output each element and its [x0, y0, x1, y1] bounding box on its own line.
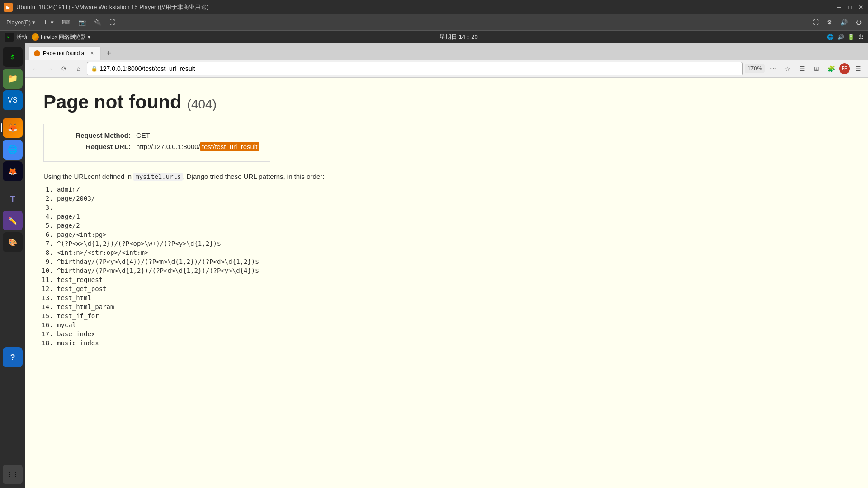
request-method-value: GET: [136, 131, 150, 139]
url-pattern-item: [57, 204, 850, 211]
ubuntu-sidebar: $ 📁 VS 🦊 🌐 🦊 T ✏️ 🎨 ? ⋮⋮: [0, 43, 25, 488]
player-menu-button[interactable]: Player(P) ▾: [4, 18, 38, 27]
sidebar-item-pencil[interactable]: ✏️: [3, 211, 23, 230]
url-pattern-item: page/<int:pg>: [57, 231, 850, 238]
ubuntu-topbar: $_ 活动 Firefox 网络浏览器 ▾ 星期日 14：20 🌐 🔊 🔋 ⏻: [0, 31, 868, 43]
volume-button[interactable]: 🔊: [838, 18, 850, 27]
close-button[interactable]: ✕: [857, 4, 864, 11]
url-pattern-item: ^(?P<x>\d{1,2})/(?P<op>\w+)/(?P<y>\d{1,2…: [57, 240, 850, 247]
sidebar-item-files[interactable]: 📁: [3, 69, 23, 89]
tab-view-button[interactable]: ⊞: [810, 62, 823, 75]
new-tab-button[interactable]: +: [103, 47, 115, 60]
sidebar-item-terminal[interactable]: $: [3, 47, 23, 67]
request-url-label: Request URL:: [55, 143, 136, 150]
sidebar-separator-1: [6, 114, 19, 114]
reader-view-button[interactable]: ☰: [796, 62, 808, 75]
sidebar-item-firefox-dev[interactable]: 🦊: [3, 161, 23, 181]
url-pattern-item: mycal: [57, 321, 850, 328]
firefox-menu-button[interactable]: Firefox 网络浏览器 ▾: [32, 33, 90, 41]
maximize-button[interactable]: □: [846, 4, 854, 11]
tab-label: Page not found at: [43, 50, 86, 56]
battery-icon[interactable]: 🔋: [848, 34, 854, 40]
url-pattern-item: test_if_for: [57, 312, 850, 319]
more-options-button[interactable]: ☰: [852, 62, 864, 75]
url-pattern-item: page/2003/: [57, 195, 850, 202]
url-pattern-item: ^birthday/(?P<y>\d{4})/(?P<m>\d{1,2})/(?…: [57, 258, 850, 265]
url-patterns-description: Using the URLconf defined in mysite1.url…: [43, 173, 850, 180]
network-icon[interactable]: 🌐: [827, 34, 834, 40]
fullscreen-button[interactable]: ⛶: [107, 18, 118, 27]
url-path-highlight: test/test_url_result: [200, 142, 259, 151]
tab-close-button[interactable]: ×: [89, 50, 96, 57]
url-pattern-item: test_get_post: [57, 285, 850, 292]
url-pattern-item: <int:n>/<str:op>/<int:m>: [57, 249, 850, 256]
browser-tab-active[interactable]: Page not found at ×: [29, 46, 101, 60]
sidebar-item-chromium[interactable]: 🌐: [3, 140, 23, 160]
request-method-label: Request Method:: [55, 131, 136, 139]
urlconf-module: mysite1.urls: [133, 173, 183, 181]
vm-send-ctrl-alt-del[interactable]: ⌨: [59, 18, 73, 27]
url-pattern-item: base_index: [57, 330, 850, 338]
firefox-navbar: ← → ⟳ ⌂ 🔒 170% ⋯ ☆ ☰ ⊞ 🧩 FF ☰: [25, 60, 868, 78]
url-pattern-item: admin/: [57, 186, 850, 193]
pause-icon: ⏸: [43, 19, 49, 26]
page-header: Page not found (404): [43, 91, 850, 113]
system-tray: 🌐 🔊 🔋 ⏻: [827, 34, 863, 40]
vmware-toolbar: Player(P) ▾ ⏸ ▾ ⌨ 📷 🔌 ⛶ ⛶ ⚙ 🔊 ⏻: [0, 14, 868, 31]
stretch-button[interactable]: ⛶: [810, 18, 821, 27]
firefox-tabbar: Page not found at × +: [25, 43, 868, 60]
request-url-row: Request URL: http://127.0.0.1:8000/test/…: [55, 143, 259, 150]
bookmarks-button[interactable]: ☆: [781, 62, 794, 75]
reload-button[interactable]: ⟳: [58, 62, 71, 75]
sidebar-item-help[interactable]: ?: [3, 347, 23, 367]
power-button[interactable]: ⏻: [853, 18, 864, 27]
status-code: (404): [187, 97, 217, 112]
url-patterns-list: admin/page/2003/page/1page/2page/<int:pg…: [43, 186, 850, 347]
player-label: Player(P): [6, 19, 31, 26]
url-input[interactable]: [99, 65, 739, 72]
terminal-icon[interactable]: $_: [5, 33, 14, 42]
url-pattern-item: page/1: [57, 213, 850, 220]
vmware-titlebar: ▶ Ubuntu_18.04(1911) - VMware Workstatio…: [0, 0, 868, 14]
system-clock: 星期日 14：20: [90, 33, 827, 41]
vmware-icon: ▶: [4, 3, 13, 12]
url-pattern-item: page/2: [57, 222, 850, 229]
window-controls: ─ □ ✕: [835, 4, 864, 11]
desc-suffix: , Django tried these URL patterns, in th…: [183, 173, 324, 180]
home-button[interactable]: ⌂: [72, 62, 85, 75]
sidebar-item-firefox[interactable]: 🦊: [3, 118, 23, 138]
activities-button[interactable]: 活动: [16, 33, 27, 41]
back-button[interactable]: ←: [29, 62, 42, 75]
pause-button[interactable]: ⏸ ▾: [41, 18, 57, 27]
volume-icon[interactable]: 🔊: [837, 34, 844, 40]
player-dropdown-icon: ▾: [32, 19, 35, 26]
settings-button[interactable]: ⚙: [824, 18, 835, 27]
firefox-account-avatar[interactable]: FF: [839, 63, 850, 74]
page-content: Page not found (404) Request Method: GET…: [25, 78, 868, 488]
sidebar-separator-2: [6, 185, 19, 185]
power-menu-icon[interactable]: ⏻: [858, 34, 863, 40]
sidebar-item-typora[interactable]: T: [3, 189, 23, 209]
show-apps-button[interactable]: ⋮⋮: [3, 465, 23, 484]
extensions-button[interactable]: ⋯: [767, 62, 779, 75]
vmware-title: Ubuntu_18.04(1911) - VMware Workstation …: [16, 3, 835, 11]
extension-puzzle-button[interactable]: 🧩: [825, 62, 837, 75]
tab-favicon: [34, 50, 40, 56]
snapshot-button[interactable]: 📷: [76, 18, 89, 27]
request-url-value: http://127.0.0.1:8000/test/test_url_resu…: [136, 143, 259, 150]
sidebar-item-vscode[interactable]: VS: [3, 90, 23, 110]
forward-button[interactable]: →: [43, 62, 56, 75]
url-pattern-item: test_html_param: [57, 303, 850, 310]
address-bar[interactable]: 🔒: [87, 62, 743, 75]
usb-button[interactable]: 🔌: [91, 18, 104, 27]
minimize-button[interactable]: ─: [835, 4, 843, 11]
url-base: http://127.0.0.1:8000/: [136, 143, 200, 150]
sidebar-item-colorpicker[interactable]: 🎨: [3, 232, 23, 252]
pause-dropdown-icon: ▾: [51, 19, 54, 26]
url-pattern-item: test_request: [57, 276, 850, 283]
url-pattern-item: music_index: [57, 339, 850, 347]
request-info-table: Request Method: GET Request URL: http://…: [43, 124, 270, 162]
zoom-level[interactable]: 170%: [745, 64, 765, 73]
security-icon: 🔒: [91, 66, 98, 72]
navbar-right-controls: 170% ⋯ ☆ ☰ ⊞ 🧩 FF ☰: [745, 62, 864, 75]
